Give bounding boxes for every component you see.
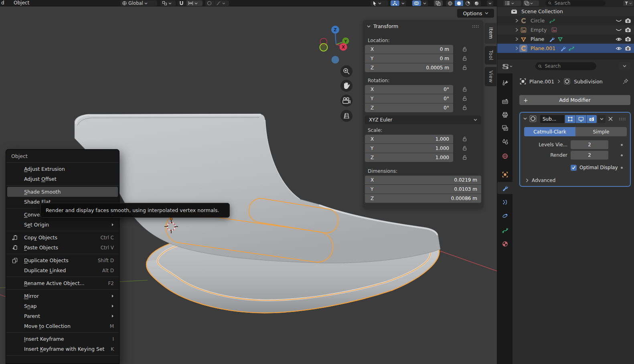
tab-output[interactable] [497, 109, 512, 121]
show-overlays-toggle[interactable] [412, 0, 421, 6]
shading-wireframe-button[interactable] [446, 0, 454, 6]
tab-particles[interactable] [497, 196, 512, 208]
eye-open-icon[interactable] [616, 46, 622, 51]
overlays-dropdown[interactable] [421, 0, 428, 6]
lock-open-icon[interactable] [462, 96, 468, 101]
gizmo-neg-y[interactable] [320, 44, 328, 51]
outliner-search[interactable] [545, 0, 606, 6]
lock-open-icon[interactable] [462, 146, 468, 151]
properties-search[interactable] [535, 62, 596, 70]
dimensions-x-field[interactable]: X0.0219 m [365, 176, 481, 184]
pan-hand-button[interactable] [340, 80, 352, 92]
snap-target-dropdown[interactable] [186, 0, 203, 6]
lock-open-icon[interactable] [462, 65, 468, 71]
rotation-y-field[interactable]: Y0° [365, 94, 453, 103]
levels-render-field[interactable]: 2 [571, 151, 608, 160]
expand-chevron-icon[interactable] [515, 28, 519, 32]
pin-icon[interactable] [622, 79, 628, 85]
tab-material[interactable] [497, 238, 512, 250]
levels-viewport-field[interactable]: 2 [571, 140, 608, 149]
dimensions-z-field[interactable]: Z0.00086 m [365, 194, 481, 203]
tab-world[interactable] [497, 150, 512, 162]
lock-open-icon[interactable] [462, 136, 468, 142]
menu-item-shade-smooth[interactable]: Shade Smooth [7, 187, 118, 197]
tab-view[interactable]: View [485, 67, 496, 86]
lock-open-icon[interactable] [462, 155, 468, 160]
shading-material-button[interactable] [464, 0, 472, 6]
menu-item-rename-active-object[interactable]: Rename Active Object...F2 [7, 278, 118, 288]
tab-object[interactable] [497, 168, 512, 180]
menu-item-set-origin[interactable]: Set Origin [7, 220, 118, 230]
lock-open-icon[interactable] [462, 87, 468, 92]
drag-handle-icon[interactable] [472, 25, 479, 28]
snap-toggle[interactable] [177, 0, 186, 6]
menu-item-mirror[interactable]: Mirror [7, 291, 118, 301]
camera-view-button[interactable] [340, 95, 352, 107]
menu-item-adjust-extrusion[interactable]: Adjust Extrusion [7, 164, 118, 174]
editor-divider[interactable] [497, 0, 497, 364]
realtime-display-toggle[interactable] [576, 115, 586, 123]
pivot-point-dropdown[interactable] [160, 0, 176, 6]
gizmo-dropdown[interactable] [400, 0, 406, 6]
outliner-row-circle[interactable]: Circle [497, 16, 634, 25]
gizmo-neg-z[interactable] [332, 56, 339, 64]
location-y-field[interactable]: Y0 m [365, 54, 453, 63]
menu-object[interactable]: Object [14, 0, 29, 6]
menu-item-snap[interactable]: Snap [7, 301, 118, 311]
decorator-dot[interactable] [621, 167, 623, 169]
menu-item-duplicate-objects[interactable]: Duplicate ObjectsShift D [7, 255, 118, 265]
menu-item-duplicate-linked[interactable]: Duplicate LinkedAlt D [7, 265, 118, 275]
xray-toggle[interactable] [434, 0, 443, 6]
menu-item-paste-objects[interactable]: Paste ObjectsCtrl V [7, 243, 118, 253]
location-x-field[interactable]: X0 m [365, 45, 453, 54]
transform-orientation-dropdown[interactable]: Global [120, 0, 157, 6]
proportional-editing-toggle[interactable] [205, 0, 214, 6]
outliner-row-plane[interactable]: Plane [497, 34, 634, 44]
rotation-x-field[interactable]: X0° [365, 85, 453, 94]
dimensions-y-field[interactable]: Y0.0103 m [365, 185, 481, 194]
zoom-button[interactable] [340, 65, 352, 77]
optimal-display-checkbox[interactable] [571, 165, 577, 171]
proportional-falloff-dropdown[interactable] [215, 0, 229, 6]
lock-open-icon[interactable] [462, 56, 468, 61]
selectability-dropdown[interactable] [371, 0, 388, 6]
menu-item-move-to-collection[interactable]: Move to CollectionM [7, 321, 118, 331]
tab-modifiers[interactable] [497, 182, 512, 194]
menu-item-insert-keyframe-with-keying-set[interactable]: Insert Keyframe with Keying SetK [7, 344, 118, 354]
expand-chevron-icon[interactable] [515, 37, 519, 41]
tab-tool[interactable] [497, 77, 512, 89]
scale-x-field[interactable]: X1.000 [365, 135, 453, 144]
eye-open-icon[interactable] [616, 37, 622, 42]
scale-y-field[interactable]: Y1.000 [365, 144, 453, 153]
menu-item-copy-objects[interactable]: Copy ObjectsCtrl C [7, 233, 118, 243]
breadcrumb-object[interactable]: Plane.001 [529, 79, 554, 85]
breadcrumb-modifier[interactable]: Subdivision [574, 79, 603, 85]
properties-search-input[interactable] [544, 63, 593, 69]
shading-dropdown[interactable] [487, 0, 493, 6]
tab-tool[interactable]: Tool [485, 46, 496, 65]
tab-physics[interactable] [497, 210, 512, 222]
menu-item-parent[interactable]: Parent [7, 311, 118, 321]
modifier-name-field[interactable]: Sub... [540, 115, 564, 123]
edit-mode-display-toggle[interactable] [565, 115, 575, 123]
tab-view-layer[interactable] [497, 122, 512, 134]
properties-options-dropdown[interactable] [619, 62, 630, 70]
filter-dropdown[interactable] [623, 0, 633, 6]
show-gizmo-toggle[interactable] [391, 0, 399, 6]
collapse-chevron-icon[interactable] [367, 25, 371, 28]
lock-open-icon[interactable] [462, 47, 468, 52]
simple-button[interactable]: Simple [575, 127, 627, 136]
shading-rendered-button[interactable] [472, 0, 481, 6]
camera-visibility-icon[interactable] [625, 36, 631, 42]
expand-chevron-icon[interactable] [515, 46, 519, 51]
advanced-section-header[interactable]: Advanced [520, 176, 630, 185]
camera-visibility-icon[interactable] [625, 18, 631, 23]
outliner-row-plane-001[interactable]: Plane.001 [497, 44, 634, 53]
shading-solid-button[interactable] [455, 0, 463, 6]
drag-handle-icon[interactable] [619, 117, 626, 121]
scale-z-field[interactable]: Z1.000 [365, 153, 453, 162]
camera-visibility-icon[interactable] [625, 27, 631, 32]
catmull-clark-button[interactable]: Catmull-Clark [524, 127, 575, 136]
tab-render[interactable] [497, 95, 512, 107]
rotation-mode-dropdown[interactable]: XYZ Euler [365, 115, 481, 124]
